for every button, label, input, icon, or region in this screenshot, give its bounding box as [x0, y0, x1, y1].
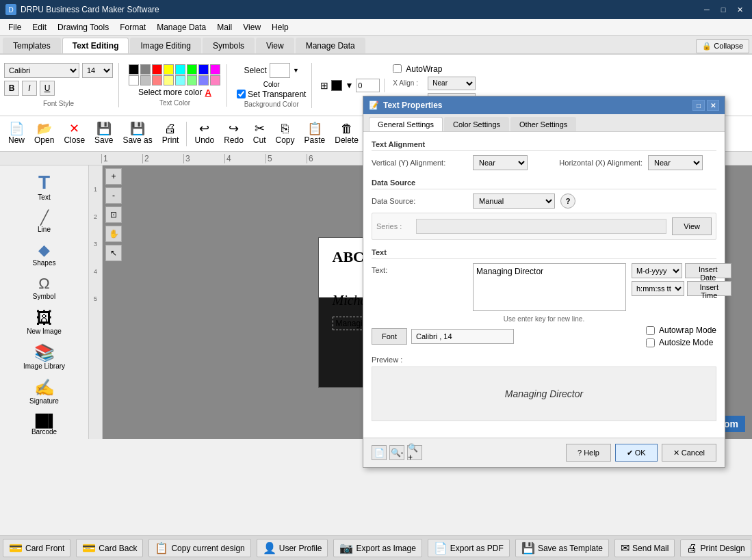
tab-symbols[interactable]: Symbols [203, 38, 255, 53]
color-cyan[interactable] [175, 64, 185, 75]
tool-text[interactable]: T Text [3, 170, 86, 204]
color-yellow[interactable] [164, 64, 174, 75]
collapse-button[interactable]: 🔒 Collapse [696, 39, 749, 53]
help-button[interactable]: ? Help [566, 444, 611, 462]
menu-edit[interactable]: Edit [27, 21, 52, 34]
date-format-select[interactable]: M-d-yyyy [632, 263, 682, 278]
cancel-button[interactable]: ✕ Cancel [662, 444, 716, 462]
menu-view[interactable]: View [237, 21, 266, 34]
menu-file[interactable]: File [3, 21, 27, 34]
dialog-tab-general[interactable]: General Settings [369, 117, 443, 131]
color-box-small[interactable] [331, 80, 342, 91]
tool-image-library[interactable]: 📚 Image Library [3, 341, 86, 373]
view-button[interactable]: View [672, 217, 712, 235]
zoom-in-button[interactable]: 🔍+ [407, 445, 422, 460]
x-align-select[interactable]: NearCenterFar [428, 77, 476, 90]
export-image-button[interactable]: 📷 Export as Image [333, 539, 422, 557]
color-light-green[interactable] [187, 75, 197, 85]
tool-symbol[interactable]: Ω Symbol [3, 273, 86, 304]
canvas-zoom-out[interactable]: - [105, 187, 122, 204]
font-name-select[interactable]: Calibri [4, 63, 79, 78]
maximize-button[interactable]: □ [716, 3, 730, 16]
dialog-maximize-button[interactable]: □ [692, 100, 705, 111]
tab-manage-data[interactable]: Manage Data [296, 38, 365, 53]
color-light-yellow[interactable] [164, 75, 174, 85]
transparent-checkbox-row[interactable]: Set Transparent [237, 90, 306, 99]
redo-button[interactable]: ↪ Redo [220, 120, 248, 147]
text-textarea[interactable]: Managing Director [473, 263, 626, 311]
close-button[interactable]: ✕ [733, 3, 747, 16]
canvas-pan[interactable]: ✋ [105, 226, 122, 242]
color-light-red[interactable] [152, 75, 162, 85]
cut-button[interactable]: ✂ Cut [249, 120, 270, 147]
tab-view[interactable]: View [256, 38, 294, 53]
minimize-button[interactable]: ─ [700, 3, 714, 16]
tool-shapes[interactable]: ◆ Shapes [3, 239, 86, 270]
tool-new-image[interactable]: 🖼 New Image [3, 306, 86, 338]
menu-mail[interactable]: Mail [211, 21, 237, 34]
color-pink[interactable] [210, 75, 220, 85]
grid-icon[interactable]: ⊞ [320, 80, 328, 91]
close-action-button[interactable]: ✕ Close [60, 120, 89, 147]
delete-button[interactable]: 🗑 Delete [330, 120, 363, 147]
color-red[interactable] [152, 64, 162, 75]
insert-date-button[interactable]: Insert Date [685, 263, 731, 278]
save-template-button[interactable]: 💾 Save as Template [515, 539, 609, 557]
open-button[interactable]: 📂 Open [30, 120, 58, 147]
select-more-color-row[interactable]: Select more color A [138, 88, 211, 98]
print-button[interactable]: 🖨 Print [158, 120, 183, 147]
copy-button[interactable]: ⎘ Copy [272, 120, 299, 147]
color-dropdown-arrow[interactable]: ▼ [293, 67, 299, 74]
autowrap-checkbox[interactable] [393, 64, 402, 73]
menu-manage-data[interactable]: Manage Data [151, 21, 211, 34]
color-gray[interactable] [140, 64, 151, 75]
save-as-button[interactable]: 💾 Save as [118, 120, 156, 147]
underline-button[interactable]: U [40, 81, 55, 96]
tab-templates[interactable]: Templates [3, 38, 61, 53]
print-design-button[interactable]: 🖨 Print Design [680, 539, 751, 557]
select-color-box[interactable] [270, 63, 290, 78]
menu-format[interactable]: Format [114, 21, 151, 34]
horizontal-alignment-select[interactable]: NearCenterFar [648, 155, 703, 170]
menu-help[interactable]: Help [266, 21, 294, 34]
new-button[interactable]: 📄 New [4, 120, 29, 147]
copy-design-button[interactable]: 📋 Copy current design [148, 539, 250, 557]
font-button[interactable]: Font [372, 328, 407, 345]
color-value-input[interactable] [356, 79, 380, 92]
font-size-select[interactable]: 14 [82, 63, 113, 78]
ok-button[interactable]: ✔ OK [615, 444, 658, 462]
paste-button[interactable]: 📋 Paste [300, 120, 330, 147]
canvas-select[interactable]: ↖ [105, 245, 122, 261]
tab-image-editing[interactable]: Image Editing [130, 38, 200, 53]
tool-signature[interactable]: ✍ Signature [3, 376, 86, 408]
color-white[interactable] [129, 75, 139, 85]
send-mail-button[interactable]: ✉ Send Mail [614, 539, 675, 557]
bold-button[interactable]: B [4, 81, 19, 96]
series-input[interactable] [416, 219, 666, 234]
color-green[interactable] [187, 64, 197, 75]
dialog-tab-color[interactable]: Color Settings [444, 117, 509, 131]
zoom-out-button[interactable]: 🔍- [389, 445, 404, 460]
autosize-mode-checkbox[interactable] [646, 338, 655, 347]
color-light-cyan[interactable] [175, 75, 185, 85]
color-light-blue[interactable] [198, 75, 209, 85]
canvas-zoom-in[interactable]: + [105, 168, 122, 185]
dialog-tab-other[interactable]: Other Settings [510, 117, 576, 131]
transparent-checkbox[interactable] [237, 90, 246, 98]
export-pdf-button[interactable]: 📄 Export as PDF [428, 539, 510, 557]
dropdown-arrow-small[interactable]: ▼ [345, 81, 353, 90]
save-button[interactable]: 💾 Save [90, 120, 117, 147]
vertical-alignment-select[interactable]: NearCenterFar [473, 155, 528, 170]
color-black[interactable] [129, 64, 139, 75]
insert-time-button[interactable]: Insert Time [687, 281, 731, 296]
tool-line[interactable]: ╱ Line [3, 207, 86, 237]
data-source-select[interactable]: ManualDatabaseCSV [473, 194, 555, 209]
dialog-close-button[interactable]: ✕ [707, 100, 719, 111]
tab-text-editing[interactable]: Text Editing [62, 38, 129, 53]
italic-button[interactable]: I [22, 81, 37, 96]
card-back-button[interactable]: 💳 Card Back [76, 539, 143, 557]
color-blue[interactable] [198, 64, 209, 75]
autowrap-mode-checkbox[interactable] [646, 326, 655, 335]
menu-drawing-tools[interactable]: Drawing Tools [52, 21, 114, 34]
page-icon-button[interactable]: 📄 [372, 445, 387, 460]
